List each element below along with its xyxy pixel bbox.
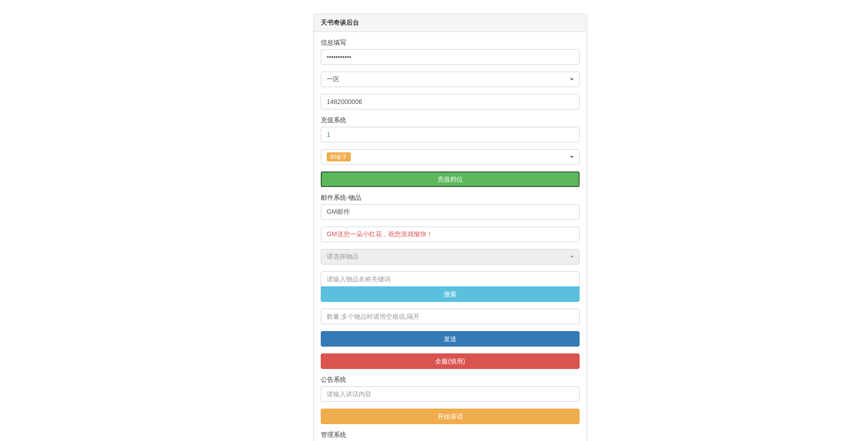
mail-title-input[interactable] — [321, 204, 580, 220]
search-button[interactable]: 搜索 — [321, 286, 580, 302]
announce-content-input[interactable] — [321, 386, 580, 402]
manage-section-label: 管理系统 — [321, 431, 346, 439]
recharge-section-label: 充值系统 — [321, 116, 346, 125]
uid-input[interactable] — [321, 94, 580, 109]
announce-section-label: 公告系统 — [321, 376, 346, 384]
zone-select-value: 一区 — [327, 75, 339, 83]
chevron-down-icon — [570, 156, 574, 158]
mail-section-label: 邮件系统-物品 — [321, 194, 361, 202]
start-speak-button[interactable]: 开始讲话 — [321, 409, 580, 424]
chevron-down-icon — [570, 78, 574, 80]
send-button[interactable]: 发送 — [321, 331, 580, 347]
item-select-placeholder: 请选择物品 — [327, 253, 359, 261]
all-server-button[interactable]: 全服(慎用) — [321, 353, 580, 369]
item-search-input[interactable] — [321, 271, 580, 287]
mail-body-input[interactable] — [321, 227, 580, 242]
recharge-tier-select[interactable]: 60金子 — [321, 149, 580, 165]
admin-panel: 天书奇谈后台 信息填写 一区 充值系统 60金子 充值档位 — [313, 14, 587, 441]
quantity-input[interactable] — [321, 309, 580, 324]
password-input[interactable] — [321, 49, 580, 65]
recharge-amount-input[interactable] — [321, 127, 580, 142]
info-section-label: 信息填写 — [321, 39, 346, 47]
panel-title: 天书奇谈后台 — [314, 14, 586, 32]
recharge-submit-button[interactable]: 充值档位 — [321, 171, 580, 187]
chevron-down-icon — [570, 256, 574, 258]
panel-body: 信息填写 一区 充值系统 60金子 充值档位 邮件系统-物品 — [314, 32, 586, 441]
recharge-tier-badge: 60金子 — [327, 152, 351, 162]
zone-select[interactable]: 一区 — [321, 72, 580, 87]
item-select[interactable]: 请选择物品 — [321, 249, 580, 265]
